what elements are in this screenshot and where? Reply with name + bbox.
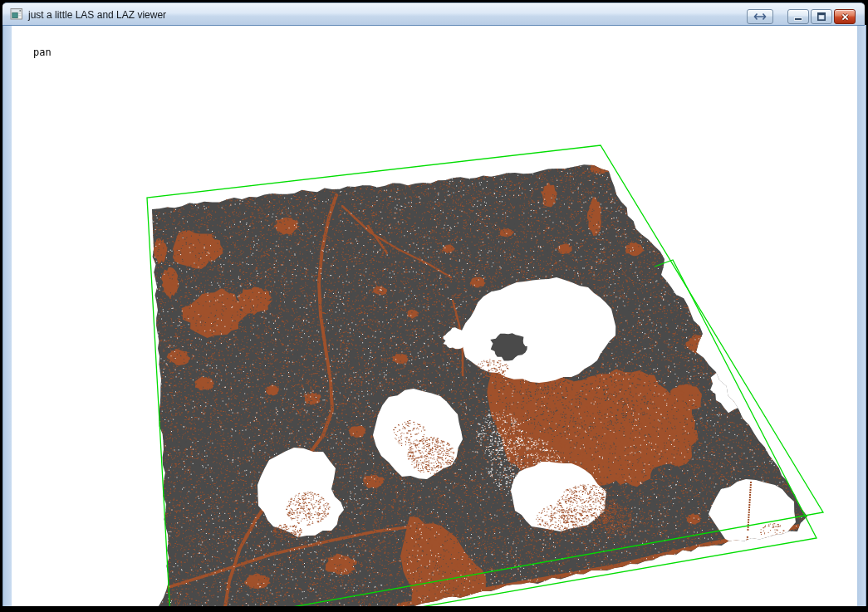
close-button[interactable] xyxy=(834,9,856,24)
maximize-button[interactable] xyxy=(811,9,832,24)
maximize-icon xyxy=(817,12,826,22)
point-cloud-viewport[interactable] xyxy=(0,0,868,612)
minimize-button[interactable] xyxy=(787,9,809,24)
title-bar[interactable]: just a little LAS and LAZ viewer xyxy=(2,2,865,26)
window-border-left[interactable] xyxy=(2,25,12,606)
window-border-right[interactable] xyxy=(857,25,866,606)
pan-mode-label: pan xyxy=(33,47,51,58)
close-icon xyxy=(840,12,851,22)
window-controls xyxy=(747,9,856,24)
screen: pan just a little LAS and LAZ viewer xyxy=(0,0,868,612)
minimize-icon xyxy=(793,12,803,22)
double-arrow-icon xyxy=(753,12,767,21)
application-icon[interactable] xyxy=(10,7,23,21)
window-title: just a little LAS and LAZ viewer xyxy=(28,8,166,21)
resize-toggle-button[interactable] xyxy=(747,9,773,24)
